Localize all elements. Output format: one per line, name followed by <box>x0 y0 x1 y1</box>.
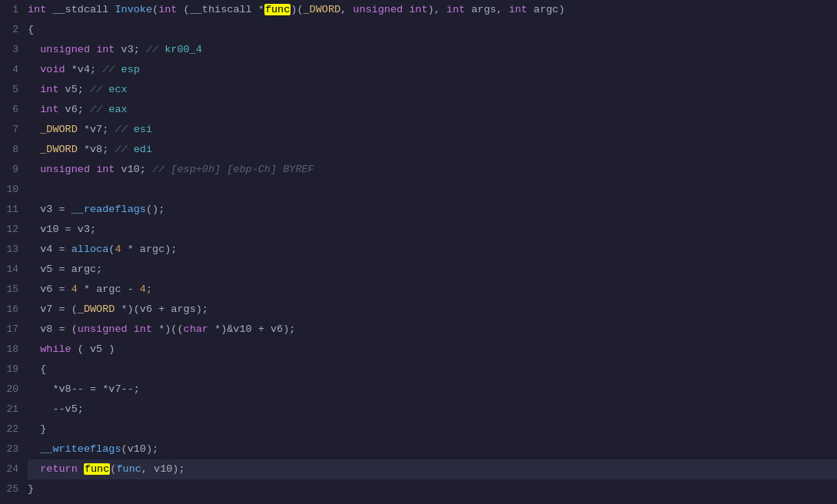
code-line-11: v3 = __readeflags(); <box>28 200 837 220</box>
line-num-19: 19 <box>6 360 18 380</box>
line-num-25: 25 <box>6 479 18 499</box>
line-num-9: 9 <box>6 160 18 180</box>
line-num-13: 13 <box>6 240 18 260</box>
line-num-11: 11 <box>6 200 18 220</box>
line-num-16: 16 <box>6 300 18 320</box>
line-numbers: 1 2 3 4 5 6 7 8 9 10 11 12 13 14 15 16 1… <box>0 0 25 504</box>
code-line-12: v10 = v3; <box>28 220 837 240</box>
line-num-23: 23 <box>6 439 18 459</box>
line-num-10: 10 <box>6 180 18 200</box>
line-num-22: 22 <box>6 419 18 439</box>
code-line-20: *v8-- = *v7--; <box>28 380 837 400</box>
line-num-18: 18 <box>6 340 18 360</box>
line-num-5: 5 <box>6 80 18 100</box>
line-num-20: 20 <box>6 380 18 400</box>
code-line-21: --v5; <box>28 400 837 419</box>
code-line-4: void *v4; // esp <box>28 60 837 80</box>
code-line-8: _DWORD *v8; // edi <box>28 140 837 160</box>
line-num-2: 2 <box>6 20 18 40</box>
line-num-4: 4 <box>6 60 18 80</box>
line-num-21: 21 <box>6 400 18 419</box>
code-line-7: _DWORD *v7; // esi <box>28 120 837 140</box>
code-line-13: v4 = alloca(4 * argc); <box>28 240 837 260</box>
code-line-9: unsigned int v10; // [esp+0h] [ebp-Ch] B… <box>28 160 837 180</box>
code-line-19: { <box>28 360 837 380</box>
code-line-14: v5 = argc; <box>28 260 837 280</box>
code-editor: 1 2 3 4 5 6 7 8 9 10 11 12 13 14 15 16 1… <box>0 0 837 504</box>
line-num-7: 7 <box>6 120 18 140</box>
line-num-12: 12 <box>6 220 18 240</box>
code-line-2: { <box>28 20 837 40</box>
line-num-17: 17 <box>6 320 18 340</box>
code-line-5: int v5; // ecx <box>28 80 837 100</box>
line-num-1: 1 <box>6 0 18 20</box>
code-line-3: unsigned int v3; // kr00_4 <box>28 40 837 60</box>
code-line-6: int v6; // eax <box>28 100 837 120</box>
code-line-1: int __stdcall Invoke(int (__thiscall *fu… <box>28 0 837 20</box>
line-num-14: 14 <box>6 260 18 280</box>
code-line-24: return func(func, v10); <box>28 459 837 479</box>
code-lines: int __stdcall Invoke(int (__thiscall *fu… <box>25 0 837 504</box>
code-line-17: v8 = (unsigned int *)((char *)&v10 + v6)… <box>28 320 837 340</box>
line-num-8: 8 <box>6 140 18 160</box>
line-num-3: 3 <box>6 40 18 60</box>
code-line-22: } <box>28 419 837 439</box>
code-line-16: v7 = (_DWORD *)(v6 + args); <box>28 300 837 320</box>
line-num-24: 24 <box>6 459 18 479</box>
code-line-10 <box>28 180 837 200</box>
line-num-6: 6 <box>6 100 18 120</box>
code-line-23: __writeeflags(v10); <box>28 439 837 459</box>
code-line-25: } <box>28 479 837 499</box>
code-line-18: while ( v5 ) <box>28 340 837 360</box>
code-line-15: v6 = 4 * argc - 4; <box>28 280 837 300</box>
line-num-15: 15 <box>6 280 18 300</box>
